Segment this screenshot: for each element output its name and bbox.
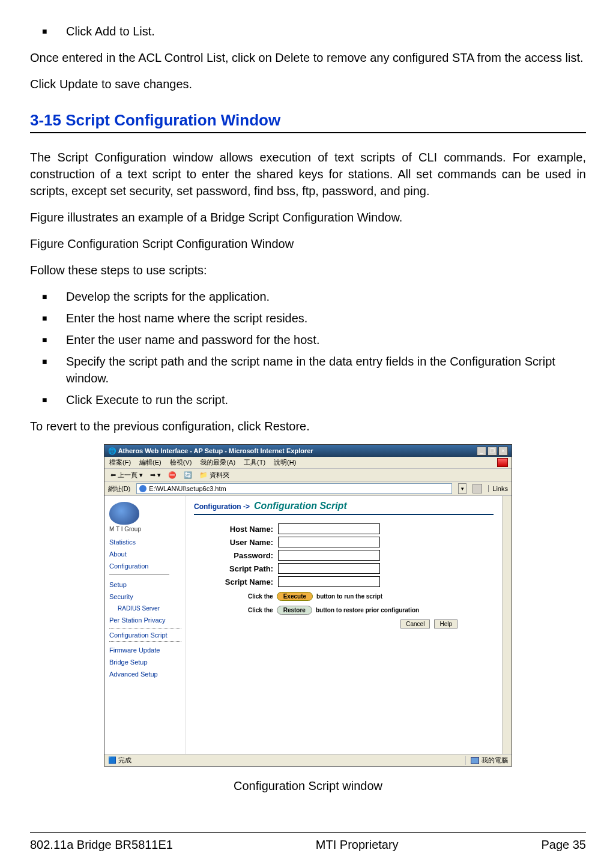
help-button[interactable]: Help [434, 619, 457, 628]
cancel-button[interactable]: Cancel [400, 619, 430, 628]
menubar: 檔案(F) 編輯(E) 檢視(V) 我的最愛(A) 工具(T) 說明(H) [104, 457, 512, 469]
stop-button[interactable]: ⛔ [166, 471, 179, 480]
execute-row: Click the Execute button to run the scri… [248, 592, 494, 601]
scrollbar[interactable] [502, 496, 512, 754]
form-row-user: User Name: [194, 537, 494, 547]
breadcrumb: Configuration -> Configuration Script [194, 501, 494, 511]
logo-icon [109, 502, 139, 525]
brand-text: M T I Group [109, 526, 181, 532]
folders-button[interactable]: 📁 資料夾 [197, 470, 232, 480]
form-row-script-name: Script Name: [194, 576, 494, 587]
sidebar-item-config-script[interactable]: Configuration Script [109, 631, 181, 639]
status-left: 🟦 完成 [108, 756, 131, 765]
footer-right: Page 35 [541, 836, 586, 853]
content-area: M T I Group Statistics About Configurati… [104, 496, 512, 754]
links-label[interactable]: Links [488, 485, 508, 492]
address-dropdown-icon[interactable]: ▼ [458, 483, 467, 494]
window-buttons: _ ❐ × [477, 447, 508, 456]
restore-button[interactable]: Restore [277, 606, 312, 615]
status-done-text: 完成 [118, 756, 131, 764]
paragraph: Click Update to save changes. [30, 76, 586, 92]
status-right: 我的電腦 [465, 756, 508, 765]
sidebar-item-radius[interactable]: RADIUS Server [118, 605, 181, 612]
title-rule [194, 514, 494, 515]
menu-file[interactable]: 檔案(F) [108, 458, 132, 467]
form-row-pass: Password: [194, 550, 494, 561]
address-input[interactable]: E:\WLAN\UI\setup6c3.htm [136, 483, 452, 494]
page-icon [139, 485, 146, 492]
host-input[interactable] [278, 523, 380, 534]
sidebar-active-wrap: Configuration Script [109, 628, 181, 642]
browser-window: 🌐 Atheros Web Interface - AP Setup - Mic… [104, 444, 512, 767]
form-row-host: Host Name: [194, 523, 494, 534]
sidebar-item-advanced[interactable]: Advanced Setup [109, 671, 181, 678]
done-icon: 🟦 [108, 756, 118, 764]
ie-page-icon: 🌐 [108, 447, 118, 454]
sidebar-item-about[interactable]: About [109, 550, 181, 558]
menu-view[interactable]: 檢視(V) [169, 458, 193, 467]
top-bullet-list: Click Add to List. [30, 23, 586, 40]
script-path-label: Script Path: [194, 564, 278, 573]
password-input[interactable] [278, 550, 380, 561]
heading-rule [30, 132, 586, 133]
restore-post-text: button to restore prior configuration [316, 607, 419, 613]
sidebar: M T I Group Statistics About Configurati… [104, 496, 186, 754]
figure-caption: Configuration Script window [30, 777, 586, 794]
sidebar-item-configuration[interactable]: Configuration [109, 562, 181, 570]
main-pane: Configuration -> Configuration Script Ho… [186, 496, 502, 754]
menu-help[interactable]: 說明(H) [273, 458, 297, 467]
sidebar-item-security[interactable]: Security [109, 593, 181, 600]
script-path-input[interactable] [278, 563, 380, 574]
footer-left: 802.11a Bridge BR5811E1 [30, 836, 173, 853]
menu-tools[interactable]: 工具(T) [243, 458, 267, 467]
go-button[interactable] [473, 484, 482, 493]
page-footer: 802.11a Bridge BR5811E1 MTI Proprietary … [30, 832, 586, 853]
bullet-item: Enter the user name and password for the… [30, 331, 586, 348]
divider [109, 574, 169, 575]
paragraph: Figure illustrates an example of a Bridg… [30, 209, 586, 226]
sidebar-item-firmware[interactable]: Firmware Update [109, 646, 181, 654]
sidebar-item-statistics[interactable]: Statistics [109, 538, 181, 546]
restore-pre-text: Click the [248, 607, 273, 613]
user-input[interactable] [278, 537, 380, 547]
titlebar: 🌐 Atheros Web Interface - AP Setup - Mic… [104, 445, 512, 457]
password-label: Password: [194, 551, 278, 560]
window-title: 🌐 Atheros Web Interface - AP Setup - Mic… [108, 447, 313, 455]
bullet-item: Specify the script path and the script n… [30, 353, 586, 387]
user-label: User Name: [194, 538, 278, 547]
close-button[interactable]: × [498, 447, 508, 456]
zone-text: 我的電腦 [482, 756, 508, 765]
menu-edit[interactable]: 編輯(E) [138, 458, 163, 467]
address-text: E:\WLAN\UI\setup6c3.htm [149, 485, 226, 492]
exec-post-text: button to run the script [316, 593, 382, 600]
button-row: Cancel Help [194, 619, 457, 628]
addressbar: 網址(D) E:\WLAN\UI\setup6c3.htm ▼ Links [104, 482, 512, 496]
bullet-item: Develop the scripts for the application. [30, 288, 586, 305]
sidebar-item-privacy[interactable]: Per Station Privacy [109, 616, 181, 624]
script-name-input[interactable] [278, 576, 380, 587]
back-button[interactable]: ⬅ 上一頁 ▾ [108, 470, 145, 480]
paragraph: The Script Configuration window allows e… [30, 149, 586, 199]
folders-label: 資料夾 [210, 471, 229, 480]
bullet-item: Click Execute to run the script. [30, 391, 586, 408]
execute-button[interactable]: Execute [277, 592, 313, 601]
maximize-button[interactable]: ❐ [488, 447, 497, 456]
menu-favorites[interactable]: 我的最愛(A) [199, 458, 237, 467]
sidebar-item-bridge[interactable]: Bridge Setup [109, 659, 181, 666]
page-title: Configuration Script [254, 501, 347, 511]
my-computer-icon [471, 757, 479, 764]
sidebar-item-setup[interactable]: Setup [109, 581, 181, 588]
toolbar: ⬅ 上一頁 ▾ ➡ ▾ ⛔ 🔄 📁 資料夾 [104, 469, 512, 482]
bullet-item: Click Add to List. [30, 23, 586, 40]
footer-center: MTI Proprietary [316, 836, 399, 853]
back-label: 上一頁 [118, 471, 137, 480]
window-title-text: Atheros Web Interface - AP Setup - Micro… [118, 447, 313, 454]
refresh-button[interactable]: 🔄 [181, 471, 195, 480]
address-label: 網址(D) [108, 484, 130, 493]
minimize-button[interactable]: _ [477, 447, 486, 456]
crumb-prefix: Configuration -> [194, 502, 250, 511]
forward-button[interactable]: ➡ ▾ [148, 471, 163, 480]
bullet-item: Enter the host name where the script res… [30, 310, 586, 327]
section-heading: 3-15 Script Configuration Window [30, 109, 586, 131]
steps-list: Develop the scripts for the application.… [30, 288, 586, 408]
